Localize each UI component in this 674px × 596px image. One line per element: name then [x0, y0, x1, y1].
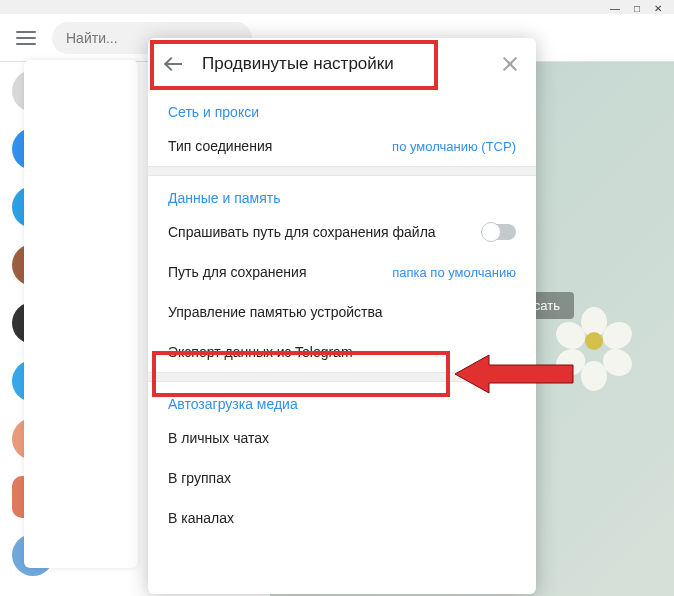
section-divider — [148, 372, 536, 382]
window-close-icon[interactable]: ✕ — [654, 4, 662, 10]
window-minimize-icon[interactable]: — — [610, 4, 620, 10]
window-controls: — □ ✕ — [0, 0, 674, 14]
setting-label: Путь для сохранения — [168, 264, 306, 280]
toggle-off[interactable] — [482, 224, 516, 240]
ask-download-path-row[interactable]: Спрашивать путь для сохранения файла — [148, 212, 536, 252]
modal-title: Продвинутые настройки — [202, 54, 484, 74]
setting-value: папка по умолчанию — [392, 265, 516, 280]
overlay-panel — [24, 60, 138, 568]
setting-label: Спрашивать путь для сохранения файла — [168, 224, 436, 240]
setting-label: Экспорт данных из Telegram — [168, 344, 353, 360]
settings-modal: Продвинутые настройки Сеть и прокси Тип … — [148, 38, 536, 594]
section-data-title: Данные и память — [148, 176, 536, 212]
connection-type-row[interactable]: Тип соединения по умолчанию (TCP) — [148, 126, 536, 166]
menu-icon[interactable] — [16, 31, 36, 45]
setting-value: по умолчанию (TCP) — [392, 139, 516, 154]
autoload-groups-row[interactable]: В группах — [148, 458, 536, 498]
setting-label: В группах — [168, 470, 231, 486]
autoload-channels-row[interactable]: В каналах — [148, 498, 536, 538]
close-icon[interactable] — [502, 56, 518, 72]
autoload-private-row[interactable]: В личных чатах — [148, 418, 536, 458]
section-divider — [148, 166, 536, 176]
export-data-row[interactable]: Экспорт данных из Telegram — [148, 332, 536, 372]
section-autoload-title: Автозагрузка медиа — [148, 382, 536, 418]
setting-label: Тип соединения — [168, 138, 272, 154]
section-network-title: Сеть и прокси — [148, 90, 536, 126]
setting-label: В каналах — [168, 510, 234, 526]
setting-label: В личных чатах — [168, 430, 269, 446]
window-maximize-icon[interactable]: □ — [634, 4, 640, 10]
modal-header: Продвинутые настройки — [148, 38, 536, 90]
memory-management-row[interactable]: Управление памятью устройства — [148, 292, 536, 332]
back-icon[interactable] — [166, 57, 184, 71]
download-path-row[interactable]: Путь для сохранения папка по умолчанию — [148, 252, 536, 292]
setting-label: Управление памятью устройства — [168, 304, 383, 320]
